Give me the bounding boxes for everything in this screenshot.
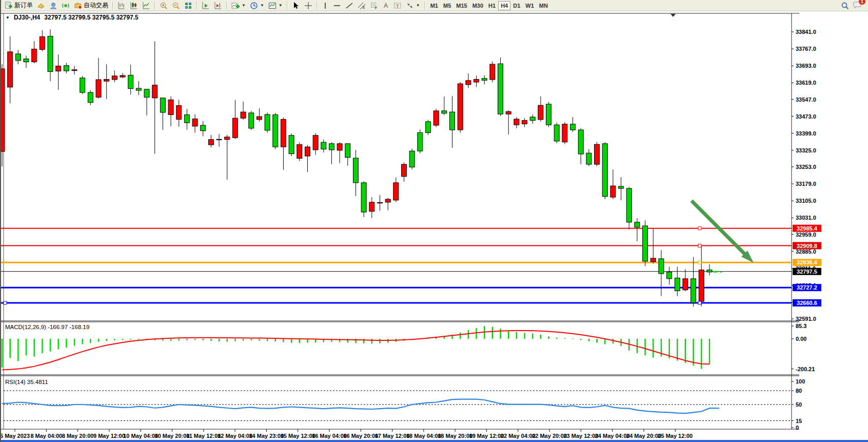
tile-windows-button[interactable] xyxy=(183,1,194,11)
line-handle[interactable] xyxy=(4,301,7,304)
candle xyxy=(80,78,85,92)
arrows-button[interactable]: ▼ xyxy=(404,1,422,11)
timeframe-m15[interactable]: M15 xyxy=(453,1,469,10)
candle xyxy=(32,49,37,62)
auto-scroll-icon xyxy=(202,2,210,10)
toolbar-separator xyxy=(112,2,113,10)
line-handle[interactable] xyxy=(698,261,701,264)
candle xyxy=(691,279,696,303)
rsi-label: RSI(14) 35.4811 xyxy=(5,379,48,385)
horizontal-line-icon xyxy=(333,2,341,10)
timeframe-d1[interactable]: D1 xyxy=(510,1,523,10)
fibonacci-button[interactable]: F xyxy=(368,1,380,11)
price-tick-label: 33105.0 xyxy=(796,198,816,204)
timeframe-m1[interactable]: M1 xyxy=(428,1,441,10)
templates-button[interactable]: ▼ xyxy=(267,1,284,11)
vertical-line-button[interactable] xyxy=(320,1,330,11)
price-badge-label: 32909.8 xyxy=(797,243,817,249)
time-tick-label: 18 May 20:00 xyxy=(438,433,472,439)
chart-shift-icon xyxy=(214,2,222,10)
timeframe-m5[interactable]: M5 xyxy=(441,1,453,10)
time-tick-label: 8 May 04:00 xyxy=(30,433,62,439)
timeframe-h4[interactable]: H4 xyxy=(498,1,510,10)
mt4-window: 新订单 自动交易 xyxy=(0,0,868,442)
svg-text:T: T xyxy=(396,3,399,8)
signals-button[interactable] xyxy=(60,1,71,11)
candle xyxy=(426,122,431,132)
time-tick-label: 15 May 12:00 xyxy=(281,433,315,439)
candle xyxy=(450,112,455,130)
equidistant-channel-button[interactable]: E xyxy=(356,1,367,11)
line-handle[interactable] xyxy=(698,244,701,247)
candle xyxy=(321,142,326,149)
text-label-button[interactable]: T xyxy=(392,1,403,11)
chart-bars-icon xyxy=(117,2,126,10)
candle xyxy=(176,106,182,120)
candle xyxy=(699,270,704,301)
timeframe-mn[interactable]: MN xyxy=(537,1,550,10)
clock-icon xyxy=(250,2,258,10)
toolbar-separator xyxy=(287,2,288,10)
candle xyxy=(409,151,415,167)
candle xyxy=(152,85,157,98)
candle xyxy=(562,124,567,142)
line-handle[interactable] xyxy=(698,227,701,230)
periods-button[interactable]: ▼ xyxy=(248,1,266,11)
toolbar-separator xyxy=(154,2,155,10)
price-badge-label: 32985.4 xyxy=(797,225,818,232)
auto-scroll-button[interactable] xyxy=(200,1,211,11)
timeframe-w1[interactable]: W1 xyxy=(523,1,537,10)
collapse-triangle-icon[interactable]: ▼ xyxy=(6,15,10,20)
new-order-label: 新订单 xyxy=(14,1,33,10)
chat-button[interactable]: 1 xyxy=(853,1,862,11)
svg-text:E: E xyxy=(363,6,365,9)
market-button[interactable] xyxy=(35,1,47,11)
rsi-tick-label: 80 xyxy=(796,388,802,394)
cursor-button[interactable] xyxy=(290,1,302,11)
market-icon xyxy=(37,2,45,10)
search-icon[interactable] xyxy=(841,2,849,10)
indicators-button[interactable]: ▼ xyxy=(230,1,247,11)
candle xyxy=(329,144,334,150)
timeframe-m30[interactable]: M30 xyxy=(470,1,486,10)
candle xyxy=(144,89,149,98)
text-button[interactable]: A xyxy=(381,1,391,11)
price-tick-label: 33767.0 xyxy=(796,46,816,52)
chart-candles-button[interactable] xyxy=(128,1,140,11)
chart-canvas[interactable]: 33841.033767.033693.033619.033547.033473… xyxy=(1,11,868,442)
candle xyxy=(313,136,318,150)
line-handle[interactable] xyxy=(698,301,701,304)
horizontal-line-button[interactable] xyxy=(331,1,343,11)
candle xyxy=(578,130,583,154)
fibonacci-icon: F xyxy=(370,2,378,10)
time-tick-label: 22 May 20:00 xyxy=(532,433,567,439)
time-tick-label: 8 May 20:00 xyxy=(62,433,94,439)
chart-bars-button[interactable] xyxy=(116,1,127,11)
new-order-button[interactable]: 新订单 xyxy=(3,1,34,11)
timeframe-h1[interactable]: H1 xyxy=(486,1,498,10)
candle xyxy=(683,279,688,290)
candle xyxy=(192,119,198,126)
macd-signal-line xyxy=(2,331,709,370)
crosshair-button[interactable] xyxy=(303,1,314,11)
notification-badge: 1 xyxy=(859,0,865,5)
zoom-out-button[interactable] xyxy=(170,1,182,11)
timeframe-group: M1M5M15M30H1H4D1W1MN xyxy=(428,1,550,10)
chart-line-button[interactable] xyxy=(141,1,152,11)
candle xyxy=(707,270,712,272)
ohlc-readout: 32797.5 32799.5 32795.5 32797.5 xyxy=(44,14,139,21)
macd-tick-label: 0.00 xyxy=(796,336,806,342)
price-tick-label: 33179.0 xyxy=(796,181,816,187)
zoom-in-button[interactable] xyxy=(158,1,169,11)
toolbar-separator xyxy=(196,2,198,10)
publisher-button[interactable] xyxy=(48,1,59,11)
auto-trading-button[interactable]: 自动交易 xyxy=(72,1,110,11)
price-badge-label: 32727.2 xyxy=(797,284,817,291)
price-badge-label: 32797.5 xyxy=(797,268,817,275)
chart-shift-button[interactable] xyxy=(212,1,224,11)
price-tick-label: 32959.0 xyxy=(796,232,816,238)
trend-line-button[interactable] xyxy=(344,1,355,11)
symbol-period-label: DJ30-,H4 xyxy=(14,14,40,21)
candle xyxy=(570,124,576,130)
zoom-out-icon xyxy=(172,2,180,10)
